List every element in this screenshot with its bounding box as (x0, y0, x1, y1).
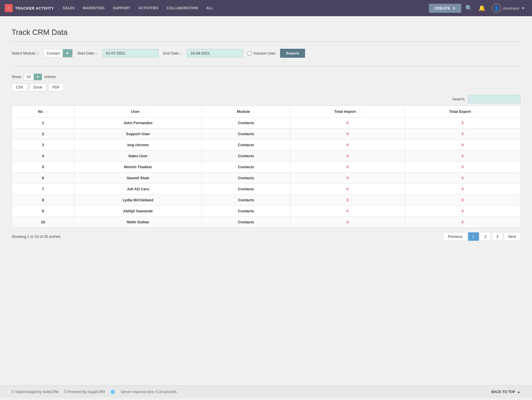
notifications-icon-button[interactable]: 🔔 (477, 3, 487, 13)
show-label: Show (12, 75, 21, 79)
csv-button[interactable]: CSV (12, 83, 28, 91)
cell-export: 0 (405, 206, 520, 217)
end-date-input[interactable] (187, 49, 243, 57)
cell-user: Nidhi Suthar (74, 217, 202, 228)
inactive-user-checkbox[interactable] (248, 51, 252, 55)
table-search-input[interactable] (468, 95, 520, 103)
start-date-input[interactable] (102, 49, 158, 57)
module-select-arrow-icon[interactable]: ▼ (63, 49, 72, 57)
user-chevron-icon: ▼ (521, 6, 525, 10)
filter-area: Select Module :- Contact ▼ Start Date :-… (12, 49, 520, 58)
nav-item-activities[interactable]: ACTIVITIES (134, 0, 163, 16)
cell-no: 5 (12, 162, 74, 173)
cell-user: Abhijit Gawande (74, 206, 202, 217)
cell-module: Contacts (202, 162, 290, 173)
navbar: ⌂ TRACKER ACTIVITY SALES MARKETING SUPPO… (0, 0, 532, 16)
page-title: Track CRM Data (12, 28, 520, 37)
col-total-export[interactable]: Total Export ↑↓ (405, 106, 520, 117)
entries-select[interactable]: 10 ▼ (24, 73, 42, 80)
cell-no: 7 (12, 184, 74, 195)
cell-export: 0 (405, 128, 520, 140)
table-row: 8 Lydia McClelland Contacts 0 0 (12, 195, 520, 206)
previous-button[interactable]: Previous (443, 232, 467, 241)
cell-module: Contacts (202, 128, 290, 140)
col-module[interactable]: Module ↑↓ (202, 106, 290, 117)
cell-no: 3 (12, 140, 74, 151)
main-content: Track CRM Data Select Module :- Contact … (0, 16, 532, 385)
module-select[interactable]: Contact ▼ (44, 49, 73, 57)
footer-left: © Supercharged by SuiteCRM © Powered By … (12, 390, 178, 394)
excel-button[interactable]: Excel (29, 83, 46, 91)
cell-no: 10 (12, 217, 74, 228)
table-controls: Show 10 ▼ entries CSV Excel PDF (12, 73, 520, 91)
create-label: CREATE (434, 6, 450, 10)
nav-item-marketing[interactable]: MARKETING (79, 0, 109, 16)
nav-item-all[interactable]: ALL (202, 0, 217, 16)
cell-user: Support User (74, 128, 202, 140)
cell-export: 0 (405, 173, 520, 184)
cell-import: 0 (290, 151, 405, 162)
search-icon-button[interactable]: 🔍 (464, 3, 474, 13)
sort-icon-module: ↑↓ (252, 110, 255, 113)
table-search-label: Search: (452, 97, 465, 101)
back-to-top[interactable]: BACK TO TOP ▲ (491, 390, 520, 394)
create-button[interactable]: CREATE ▼ (429, 4, 461, 13)
entries-arrow-icon[interactable]: ▼ (34, 74, 42, 80)
nav-menu: SALES MARKETING SUPPORT ACTIVITIES COLLA… (59, 0, 429, 16)
col-user[interactable]: User ↑↓ (74, 106, 202, 117)
page-2-button[interactable]: 2 (480, 232, 491, 241)
pagination: Previous 1 2 3 Next (443, 232, 520, 241)
cell-export: 0 (405, 217, 520, 228)
page-1-button[interactable]: 1 (468, 232, 479, 241)
table-search-row: Search: (12, 95, 520, 103)
module-select-value: Contact (44, 49, 63, 57)
table-header-row: No ↑↓ User ↑↓ Module ↑↓ Total Import ↑↓ … (12, 106, 520, 117)
cell-user: Lydia McClelland (74, 195, 202, 206)
next-button[interactable]: Next (504, 232, 520, 241)
cell-no: 2 (12, 128, 74, 140)
back-to-top-label: BACK TO TOP (491, 390, 515, 394)
cell-module: Contacts (202, 173, 290, 184)
cell-user: bvg chrome (74, 140, 202, 151)
home-icon: ⌂ (5, 4, 13, 12)
title-divider (12, 41, 520, 42)
user-menu[interactable]: 👤 developer ▼ (490, 2, 527, 15)
nav-item-support[interactable]: SUPPORT (109, 0, 134, 16)
select-module-label: Select Module :- (12, 51, 39, 55)
brand[interactable]: ⌂ TRACKER ACTIVITY (5, 4, 54, 12)
cell-module: Contacts (202, 151, 290, 162)
cell-no: 6 (12, 173, 74, 184)
sort-icon-export: ↑↓ (473, 110, 476, 113)
search-button[interactable]: Search (280, 49, 305, 58)
brand-label: TRACKER ACTIVITY (15, 6, 54, 10)
nav-item-sales[interactable]: SALES (59, 0, 79, 16)
footer: © Supercharged by SuiteCRM © Powered By … (0, 385, 532, 398)
cell-module: Contacts (202, 117, 290, 128)
footer-globe-icon: 🌐 (111, 390, 115, 394)
cell-module: Contacts (202, 140, 290, 151)
end-date-label: End Date :- (163, 51, 182, 55)
pdf-button[interactable]: PDF (48, 83, 64, 91)
footer-sugarcrm: © Powered By SugarCRM (64, 390, 105, 394)
page-3-button[interactable]: 3 (492, 232, 503, 241)
data-table: No ↑↓ User ↑↓ Module ↑↓ Total Import ↑↓ … (12, 106, 520, 228)
create-chevron-icon: ▼ (452, 6, 456, 10)
pagination-area: Showing 1 to 10 of 25 entries Previous 1… (12, 232, 520, 241)
table-row: 5 Nimish Thakkar Contacts 0 0 (12, 162, 520, 173)
cell-import: 0 (290, 195, 405, 206)
cell-import: 0 (290, 173, 405, 184)
cell-export: 0 (405, 195, 520, 206)
cell-module: Contacts (202, 184, 290, 195)
table-row: 9 Abhijit Gawande Contacts 0 0 (12, 206, 520, 217)
cell-import: 0 (290, 217, 405, 228)
cell-no: 8 (12, 195, 74, 206)
navbar-right: CREATE ▼ 🔍 🔔 👤 developer ▼ (429, 2, 527, 15)
col-no[interactable]: No ↑↓ (12, 106, 74, 117)
cell-user: Sales User (74, 151, 202, 162)
col-total-import[interactable]: Total Import ↑↓ (290, 106, 405, 117)
nav-item-collaboration[interactable]: COLLABORATION (163, 0, 202, 16)
footer-suitecrm: © Supercharged by SuiteCRM (12, 390, 59, 394)
cell-export: 0 (405, 162, 520, 173)
cell-import: 0 (290, 128, 405, 140)
cell-export: 0 (405, 151, 520, 162)
